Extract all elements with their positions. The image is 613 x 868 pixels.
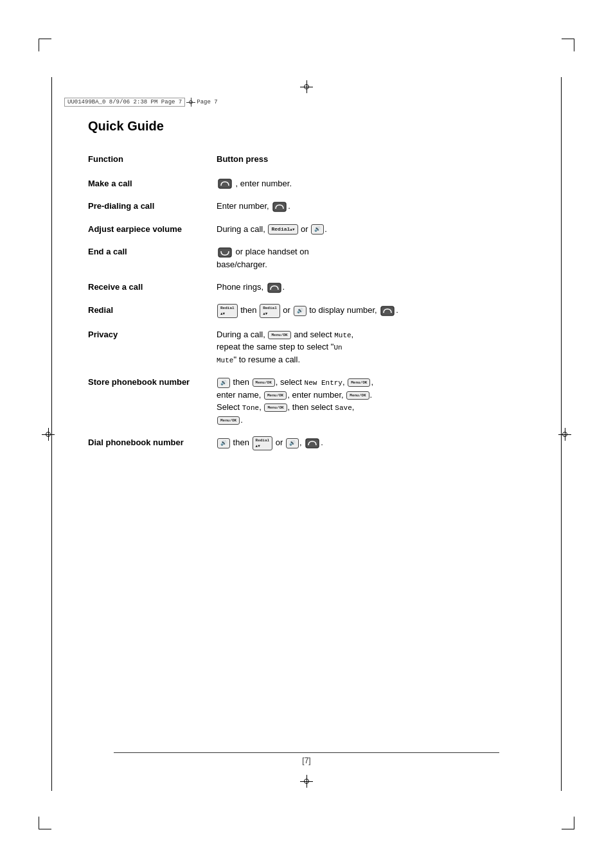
- function-label: Receive a call: [88, 276, 217, 299]
- table-header-row: Function Button press: [88, 148, 525, 172]
- redial-button-icon: Redial▲▼: [268, 224, 298, 235]
- talk-button-icon-redial: [380, 306, 395, 316]
- menu-ok-2: Menu/OK: [348, 378, 370, 387]
- button-description: or place handset onbase/charger.: [217, 240, 525, 276]
- svg-rect-1: [273, 202, 286, 211]
- button-description: During a call, Redial▲▼ or 🔊.: [217, 218, 525, 241]
- crosshair-right: [558, 428, 571, 441]
- talk-button-icon-dial: [305, 438, 319, 448]
- phonebook-btn: 🔊: [217, 378, 230, 388]
- crosshair-left: [42, 428, 55, 441]
- menu-ok-1: Menu/OK: [253, 378, 275, 387]
- table-row: Store phonebook number 🔊 then Menu/OK, s…: [88, 371, 525, 431]
- talk-button-icon: [218, 179, 232, 189]
- main-content: Quick Guide Function Button press Make a…: [82, 119, 531, 456]
- redial2-icon: Redial▲▼: [260, 304, 280, 318]
- dial-phonebook-btn: 🔊: [217, 438, 230, 448]
- menu-ok-3: Menu/OK: [264, 391, 287, 400]
- svg-rect-4: [381, 306, 394, 315]
- talk-button-icon-receive: [267, 283, 281, 293]
- page-title: Quick Guide: [88, 119, 525, 134]
- button-description: , enter number.: [217, 172, 525, 195]
- guide-table: Function Button press Make a call , ente…: [88, 148, 525, 456]
- function-label: Redial: [88, 299, 217, 323]
- function-label: Dial phonebook number: [88, 431, 217, 456]
- meta-text: UU01499BA_0 8/9/06 2:38 PM Page 7: [64, 98, 185, 107]
- button-description: Redial▲▼ then Redial▲▼ or 🔊 to display n…: [217, 299, 525, 323]
- function-label: Pre-dialing a call: [88, 195, 217, 218]
- talk-button-icon-predialing: [272, 202, 287, 212]
- button-description: 🔊 then Menu/OK, select New Entry, Menu/O…: [217, 371, 525, 431]
- header-button-press: Button press: [217, 148, 525, 172]
- crop-mark-bottom-left: [39, 817, 51, 829]
- meta-line: UU01499BA_0 8/9/06 2:38 PM Page 7 Page 7: [64, 98, 549, 107]
- table-row: Redial Redial▲▼ then Redial▲▼ or 🔊 to di…: [88, 299, 525, 323]
- end-call-icon: [218, 247, 232, 258]
- redial-dial-icon: Redial▲▼: [253, 436, 273, 450]
- function-label: Privacy: [88, 323, 217, 371]
- table-row: End a call or place handset onbase/charg…: [88, 240, 525, 276]
- scroll-icon: 🔊: [294, 306, 306, 316]
- crosshair-bottom: [300, 775, 313, 788]
- table-row: Make a call , enter number.: [88, 172, 525, 195]
- scroll-dial-icon: 🔊: [286, 438, 299, 448]
- function-label: End a call: [88, 240, 217, 276]
- footer-page-number: [7]: [114, 756, 499, 765]
- crop-mark-top-left: [39, 39, 51, 51]
- crop-mark-bottom-right: [562, 817, 574, 829]
- meta-crosshair: [186, 98, 195, 107]
- page: UU01499BA_0 8/9/06 2:38 PM Page 7 Page 7…: [0, 0, 613, 868]
- function-label: Store phonebook number: [88, 371, 217, 431]
- button-description: During a call, Menu/OK and select Mute, …: [217, 323, 525, 371]
- meta-page: Page 7: [197, 99, 217, 105]
- page-footer: [7]: [0, 752, 613, 765]
- crosshair-top: [300, 80, 313, 93]
- function-label: Adjust earpiece volume: [88, 218, 217, 241]
- redial-icon: Redial▲▼: [217, 304, 238, 318]
- function-label: Make a call: [88, 172, 217, 195]
- crop-mark-top-right: [562, 39, 574, 51]
- button-description: 🔊 then Redial▲▼ or 🔊, .: [217, 431, 525, 456]
- footer-divider: [7]: [114, 752, 499, 765]
- svg-rect-2: [218, 248, 231, 257]
- menu-ok-4: Menu/OK: [346, 391, 369, 400]
- table-row: Privacy During a call, Menu/OK and selec…: [88, 323, 525, 371]
- volume-button-icon: 🔊: [311, 224, 324, 235]
- svg-rect-3: [268, 283, 281, 292]
- menu-ok-icon-privacy: Menu/OK: [268, 331, 290, 339]
- button-description: Phone rings, .: [217, 276, 525, 299]
- table-row: Receive a call Phone rings, .: [88, 276, 525, 299]
- svg-rect-0: [218, 179, 231, 188]
- header-function: Function: [88, 148, 217, 172]
- menu-ok-6: Menu/OK: [217, 416, 240, 425]
- svg-rect-5: [306, 439, 319, 448]
- button-description: Enter number, .: [217, 195, 525, 218]
- table-row: Dial phonebook number 🔊 then Redial▲▼ or…: [88, 431, 525, 456]
- table-row: Pre-dialing a call Enter number, .: [88, 195, 525, 218]
- table-row: Adjust earpiece volume During a call, Re…: [88, 218, 525, 241]
- menu-ok-5: Menu/OK: [264, 403, 287, 412]
